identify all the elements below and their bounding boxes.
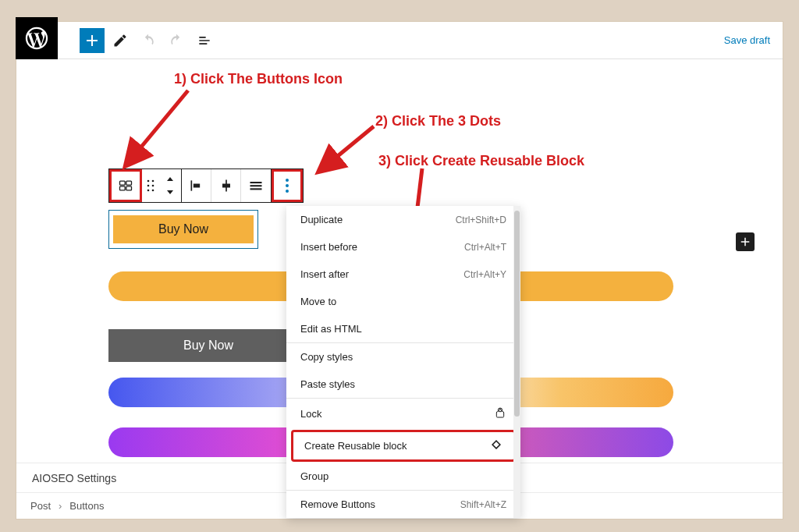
menu-label: Lock: [300, 408, 321, 420]
svg-point-15: [152, 190, 154, 192]
scrollbar-thumb[interactable]: [514, 211, 520, 417]
drag-handle-icon: [146, 179, 155, 193]
plus-icon: [738, 235, 752, 249]
block-options-menu: Duplicate Ctrl+Shift+D Insert before Ctr…: [286, 206, 520, 518]
menu-item-move-to[interactable]: Move to: [286, 288, 520, 315]
wordpress-logo[interactable]: [16, 17, 58, 59]
buttons-block-icon: [118, 178, 133, 193]
menu-shortcut: Ctrl+Shift+D: [456, 215, 506, 225]
annotation-2: 2) Click The 3 Dots: [375, 113, 501, 129]
annotation-arrow-1: [116, 81, 202, 175]
inline-inserter-button[interactable]: [736, 232, 755, 251]
svg-rect-8: [120, 186, 126, 190]
svg-point-25: [286, 190, 289, 193]
move-up-down-icon: [165, 176, 176, 196]
menu-item-duplicate[interactable]: Duplicate Ctrl+Shift+D: [286, 206, 520, 233]
menu-item-copy-styles[interactable]: Copy styles: [286, 343, 520, 371]
chevron-right-icon: ›: [59, 500, 62, 512]
menu-label: Group: [300, 470, 328, 482]
plus-icon: [83, 31, 101, 50]
editor-canvas: 1) Click The Buttons Icon 2) Click The 3…: [16, 59, 783, 463]
svg-rect-9: [126, 186, 132, 190]
document-outline-button[interactable]: [192, 28, 217, 53]
redo-button[interactable]: [164, 28, 189, 53]
top-toolbar: Save draft: [16, 22, 783, 59]
svg-rect-22: [250, 188, 262, 190]
svg-rect-21: [250, 185, 262, 186]
menu-item-insert-before[interactable]: Insert before Ctrl+Alt+T: [286, 233, 520, 261]
menu-shortcut: Shift+Alt+Z: [460, 499, 506, 510]
menu-item-lock[interactable]: Lock: [286, 399, 520, 429]
undo-icon: [140, 33, 156, 48]
svg-line-1: [127, 90, 188, 164]
svg-rect-17: [193, 184, 199, 188]
svg-point-11: [152, 180, 154, 183]
svg-rect-16: [190, 180, 192, 190]
menu-label: Duplicate: [300, 214, 343, 225]
annotation-3: 3) Click Create Reusable Block: [378, 153, 584, 169]
button-block-buy-now[interactable]: Buy Now: [113, 215, 254, 243]
align-left-icon: [189, 178, 204, 193]
block-type-button[interactable]: [109, 169, 142, 202]
block-toolbar: [108, 168, 304, 203]
toolbar-left-group: [80, 28, 217, 53]
reusable-icon: [490, 438, 502, 453]
svg-rect-7: [126, 181, 132, 185]
svg-point-13: [152, 185, 154, 187]
svg-point-10: [147, 180, 150, 183]
svg-point-12: [147, 185, 150, 187]
pencil-icon: [112, 33, 128, 48]
three-dots-icon: [285, 178, 289, 193]
list-view-icon: [197, 33, 212, 48]
svg-rect-6: [120, 181, 126, 185]
button-variant-gray[interactable]: Buy Now: [108, 329, 291, 362]
justify-icon: [248, 178, 264, 193]
menu-item-edit-html[interactable]: Edit as HTML: [286, 315, 520, 342]
lock-icon: [494, 406, 506, 421]
menu-item-insert-after[interactable]: Insert after Ctrl+Alt+Y: [286, 261, 520, 288]
breadcrumb-current[interactable]: Buttons: [69, 500, 104, 512]
menu-label: Move to: [300, 296, 336, 307]
move-block-controls[interactable]: [159, 169, 181, 202]
undo-button[interactable]: [136, 28, 161, 53]
wordpress-icon: [23, 25, 50, 51]
menu-label: Copy styles: [300, 351, 353, 363]
align-center-button[interactable]: [211, 169, 241, 202]
editor-frame: Save draft 1) Click The Buttons Icon 2) …: [16, 21, 783, 520]
aioseo-title: AIOSEO Settings: [32, 472, 116, 484]
menu-label: Insert before: [300, 241, 357, 253]
justify-button[interactable]: [241, 169, 271, 202]
menu-label: Insert after: [300, 268, 349, 280]
align-left-button[interactable]: [182, 169, 211, 202]
add-block-button[interactable]: [80, 28, 105, 53]
save-draft-link[interactable]: Save draft: [724, 34, 770, 46]
svg-point-23: [286, 179, 289, 182]
svg-rect-19: [222, 184, 230, 188]
annotation-1: 1) Click The Buttons Icon: [174, 71, 343, 87]
menu-label: Create Reusable block: [304, 440, 407, 452]
redo-icon: [169, 33, 184, 48]
menu-shortcut: Ctrl+Alt+Y: [463, 269, 506, 280]
svg-line-3: [321, 126, 374, 170]
more-options-button[interactable]: [272, 169, 303, 202]
drag-handle[interactable]: [142, 169, 159, 202]
menu-label: Paste styles: [300, 378, 355, 390]
menu-item-remove[interactable]: Remove Buttons Shift+Alt+Z: [286, 491, 520, 518]
menu-item-create-reusable[interactable]: Create Reusable block: [293, 432, 513, 459]
menu-shortcut: Ctrl+Alt+T: [464, 242, 506, 253]
highlight-create-reusable: Create Reusable block: [291, 430, 516, 462]
edit-mode-button[interactable]: [108, 28, 133, 53]
svg-rect-20: [250, 182, 262, 183]
align-center-icon: [218, 178, 234, 193]
menu-item-paste-styles[interactable]: Paste styles: [286, 371, 520, 398]
breadcrumb-root[interactable]: Post: [30, 500, 51, 512]
menu-item-group[interactable]: Group: [286, 463, 520, 490]
svg-point-24: [286, 184, 289, 187]
menu-label: Remove Buttons: [300, 498, 375, 510]
svg-point-14: [147, 190, 150, 192]
menu-label: Edit as HTML: [300, 323, 362, 335]
annotation-arrow-2: [313, 122, 383, 184]
